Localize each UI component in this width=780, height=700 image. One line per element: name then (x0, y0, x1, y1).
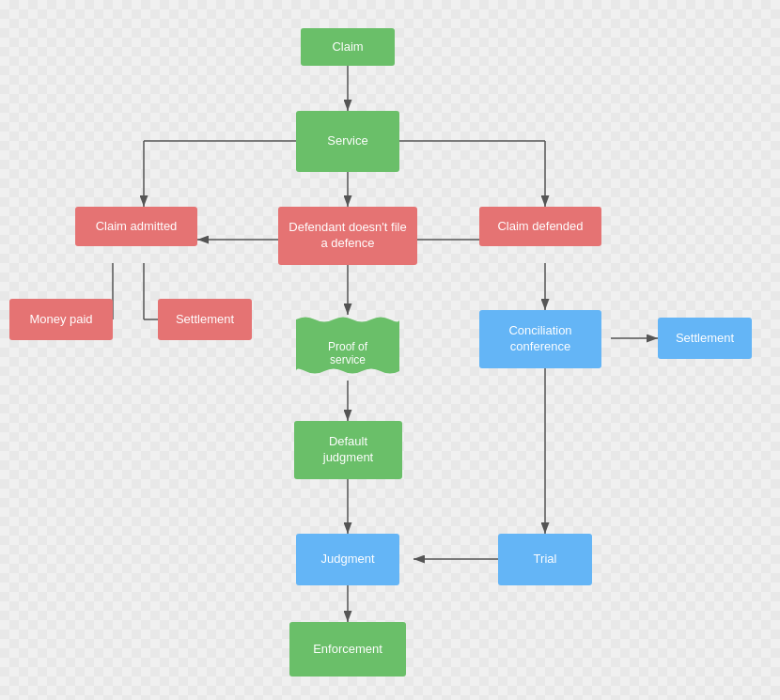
flowchart-diagram: Claim Service Defendant doesn't file a d… (0, 0, 780, 700)
claim-defended-node: Claim defended (479, 207, 601, 246)
settlement-left-node: Settlement (158, 299, 252, 340)
trial-node: Trial (498, 534, 592, 585)
proof-of-service-node: Proof of service (291, 315, 404, 381)
money-paid-node: Money paid (9, 299, 113, 340)
settlement-right-node: Settlement (658, 318, 752, 359)
service-node: Service (296, 111, 399, 172)
svg-text:Proof of: Proof of (328, 340, 368, 353)
default-judgment-node: Default judgment (294, 421, 402, 479)
judgment-node: Judgment (296, 534, 399, 585)
enforcement-node: Enforcement (289, 622, 406, 677)
claim-node: Claim (301, 28, 395, 66)
claim-admitted-node: Claim admitted (75, 207, 197, 246)
conciliation-node: Conciliation conference (479, 310, 601, 368)
svg-text:service: service (330, 353, 366, 366)
defendant-node: Defendant doesn't file a defence (278, 207, 417, 265)
